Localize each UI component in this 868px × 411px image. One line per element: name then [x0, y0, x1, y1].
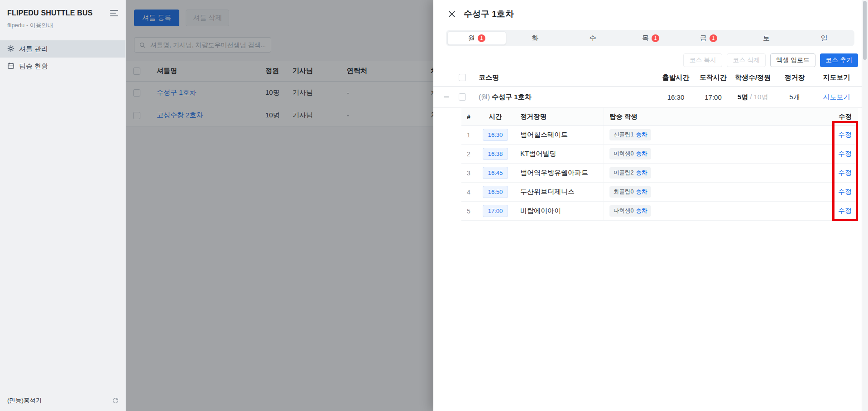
app-subtitle: flipedu - 이용안내 [7, 21, 118, 29]
column-header-stop-name: 정거장명 [515, 108, 604, 125]
excel-upload-button[interactable]: 엑셀 업로드 [770, 53, 815, 67]
sidebar-toggle-icon[interactable] [110, 10, 118, 16]
stop-table-header: # 시간 정거장명 탑승 학생 수정 [461, 108, 858, 126]
sidebar-item-boarding-status[interactable]: 탑승 현황 [0, 58, 125, 75]
day-count-badge: 1 [478, 34, 485, 42]
stop-row: 5 17:00 비탑에이아이 나학생0승차 수정 [461, 202, 858, 221]
gear-icon [7, 45, 14, 53]
course-stop-count: 5개 [774, 93, 815, 102]
course-arrive-time: 17:00 [695, 93, 731, 101]
tab-monday[interactable]: 월 1 [447, 31, 506, 45]
day-label: 월 [468, 34, 475, 43]
course-capacity: / 10명 [748, 93, 768, 101]
refresh-icon[interactable] [112, 397, 119, 404]
day-count-badge: 1 [710, 34, 717, 42]
column-header-depart-time: 출발시간 [657, 73, 695, 82]
column-header-edit: 수정 [828, 108, 858, 125]
tab-thursday[interactable]: 목 1 [622, 31, 680, 45]
column-header-course-name: 코스명 [475, 73, 657, 82]
student-chip: 이학생0승차 [609, 148, 651, 160]
stop-row: 4 16:50 두산위브더제니스 최플립0승차 수정 [461, 183, 858, 202]
day-label: 목 [642, 34, 649, 43]
column-header-arrive-time: 도착시간 [695, 73, 731, 82]
stop-name: 범어역우방유쉘아파트 [515, 164, 604, 182]
drawer-scrollbar [862, 0, 868, 411]
course-day-prefix: (월) [479, 93, 490, 101]
column-header-map: 지도보기 [815, 73, 858, 82]
scrollbar-thumb[interactable] [863, 1, 867, 60]
edit-link[interactable]: 수정 [838, 131, 852, 139]
course-copy-button[interactable]: 코스 복사 [683, 53, 722, 67]
board-label: 승차 [636, 131, 647, 139]
tab-sunday[interactable]: 일 [795, 31, 853, 45]
student-name: 나학생0 [614, 207, 633, 215]
edit-link[interactable]: 수정 [838, 188, 852, 196]
sidebar-item-shuttle-management[interactable]: 셔틀 관리 [0, 40, 125, 58]
course-actions: 코스 복사 코스 삭제 엑셀 업로드 코스 추가 [433, 53, 858, 67]
sidebar-item-label: 탑승 현황 [19, 62, 48, 71]
tab-friday[interactable]: 금 1 [680, 31, 738, 45]
close-icon[interactable] [447, 9, 457, 19]
stop-name: KT범어빌딩 [515, 145, 604, 163]
day-count-badge: 1 [652, 34, 659, 42]
edit-link[interactable]: 수정 [838, 169, 852, 177]
tab-saturday[interactable]: 토 [738, 31, 796, 45]
column-header-stop-count: 정거장 [774, 73, 815, 82]
course-select-all-checkbox[interactable] [459, 74, 466, 81]
stop-name: 비탑에이아이 [515, 202, 604, 220]
stop-index: 3 [461, 164, 476, 182]
stop-table: # 시간 정거장명 탑승 학생 수정 1 16:30 범어힐스테이트 신플립1승… [461, 108, 858, 221]
stop-time-chip: 16:45 [483, 167, 508, 179]
day-label: 일 [821, 34, 828, 43]
tab-tuesday[interactable]: 화 [506, 31, 564, 45]
column-header-student-capacity: 학생수/정원 [731, 73, 774, 82]
stop-name: 범어힐스테이트 [515, 126, 604, 144]
sidebar-nav: 셔틀 관리 탑승 현황 [0, 40, 125, 75]
student-chip: 최플립0승차 [609, 186, 651, 198]
drawer-title: 수성구 1호차 [464, 8, 514, 20]
stop-time-chip: 16:50 [483, 186, 508, 198]
stop-index: 4 [461, 183, 476, 201]
student-chip: 나학생0승차 [609, 205, 651, 217]
stop-index: 2 [461, 145, 476, 163]
stop-row: 3 16:45 범어역우방유쉘아파트 이플립2승차 수정 [461, 164, 858, 183]
stop-row: 1 16:30 범어힐스테이트 신플립1승차 수정 [461, 126, 858, 145]
edit-link[interactable]: 수정 [838, 150, 852, 158]
course-name: 수성구 1호차 [492, 93, 532, 101]
column-header-index: # [461, 108, 476, 125]
tab-wednesday[interactable]: 수 [564, 31, 622, 45]
course-add-button[interactable]: 코스 추가 [820, 53, 858, 67]
board-label: 승차 [636, 207, 647, 215]
course-depart-time: 16:30 [657, 93, 695, 101]
calendar-icon [7, 62, 14, 71]
course-row: (월) 수성구 1호차 16:30 17:00 5명 / 10명 5개 지도보기 [433, 87, 868, 108]
course-checkbox[interactable] [459, 93, 466, 101]
map-view-link[interactable]: 지도보기 [823, 93, 850, 101]
stop-time-chip: 16:30 [483, 129, 508, 141]
stop-time-chip: 16:38 [483, 148, 508, 160]
user-name: (만능)홍석기 [7, 396, 42, 405]
day-label: 수 [590, 34, 596, 43]
day-label: 금 [700, 34, 707, 43]
course-delete-button[interactable]: 코스 삭제 [727, 53, 766, 67]
column-header-boarding-students: 탑승 학생 [604, 108, 828, 125]
student-name: 최플립0 [614, 188, 633, 196]
course-student-count: 5명 [738, 93, 748, 101]
column-header-time: 시간 [476, 108, 515, 125]
student-name: 이플립2 [614, 169, 633, 177]
shuttle-detail-drawer: 수성구 1호차 월 1 화 수 목 1 금 1 토 일 코스 복사 코스 삭제 … [433, 0, 868, 411]
stop-row: 2 16:38 KT범어빌딩 이학생0승차 수정 [461, 145, 858, 164]
student-chip: 신플립1승차 [609, 129, 651, 140]
app-title: FLIPEDU SHUTTLE BUS [7, 9, 118, 17]
student-name: 이학생0 [614, 150, 633, 158]
collapse-icon[interactable] [442, 93, 451, 101]
board-label: 승차 [636, 169, 647, 177]
sidebar-footer: (만능)홍석기 [7, 396, 119, 405]
stop-index: 1 [461, 126, 476, 144]
day-label: 화 [532, 34, 538, 43]
stop-time-chip: 17:00 [483, 205, 508, 217]
day-label: 토 [763, 34, 770, 43]
sidebar: FLIPEDU SHUTTLE BUS flipedu - 이용안내 셔틀 관리… [0, 0, 126, 411]
edit-link[interactable]: 수정 [838, 207, 852, 215]
stop-name: 두산위브더제니스 [515, 183, 604, 201]
